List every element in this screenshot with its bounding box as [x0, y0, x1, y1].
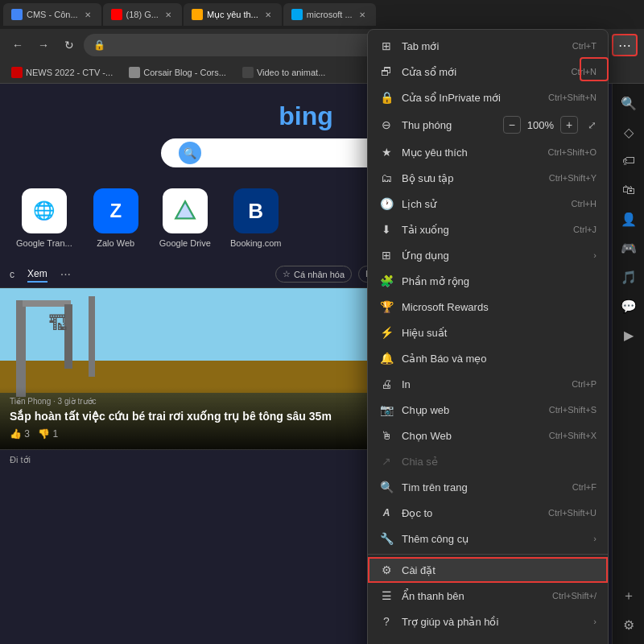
help-label: Trợ giúp và phản hồi [402, 616, 585, 628]
search-submit-button[interactable]: 🔍 [179, 142, 201, 164]
menu-new-window[interactable]: 🗗 Cửa sổ mới Ctrl+N [368, 59, 608, 85]
qa-label-booking: Booking.com [230, 238, 282, 248]
bookmark-video[interactable]: Video to animat... [237, 65, 330, 80]
collections-icon: 🗂 [379, 171, 394, 185]
news-tab-more[interactable]: ··· [60, 267, 71, 282]
downloads-shortcut: Ctrl+J [573, 225, 597, 234]
menu-print[interactable]: 🖨 In Ctrl+P [368, 371, 608, 397]
qa-gdrive[interactable]: Google Drive [159, 188, 211, 248]
tab-close-fav[interactable]: ✕ [262, 9, 274, 20]
new-tab-label: Tab mới [402, 40, 564, 52]
menu-select-web[interactable]: 🖱 Chọn Web Ctrl+Shift+X [368, 423, 608, 448]
zoom-out-button[interactable]: − [503, 116, 521, 134]
bookmark-label-corsair: Corsair Blog - Cors... [143, 68, 226, 77]
menu-close-edge[interactable]: ✕ Đóng Microsoft Edge [368, 634, 608, 644]
sidebar-diamond-icon[interactable]: ◇ [616, 119, 642, 145]
sidebar-chat-icon[interactable]: 💬 [616, 293, 642, 319]
sidebar-shop-icon[interactable]: 🛍 [616, 177, 642, 203]
tab-close-ms[interactable]: ✕ [357, 9, 368, 20]
sidebar-tag-icon[interactable]: 🏷 [616, 148, 642, 174]
menu-extensions[interactable]: 🧩 Phần mở rộng [368, 268, 608, 294]
collections-shortcut: Ctrl+Shift+Y [549, 173, 597, 183]
sidebar-settings-icon[interactable]: ⚙ [616, 612, 642, 638]
tab-label-fav: Mục yêu th... [207, 10, 258, 20]
personalize-button[interactable]: ☆ Cá nhân hóa [275, 266, 352, 283]
menu-downloads[interactable]: ⬇ Tải xuống Ctrl+J [368, 217, 608, 242]
menu-collections[interactable]: 🗂 Bộ sưu tập Ctrl+Shift+Y [368, 165, 608, 191]
menu-read-aloud[interactable]: A Đọc to Ctrl+Shift+U [368, 500, 608, 526]
right-sidebar: 🔍 ◇ 🏷 🛍 👤 🎮 🎵 💬 ▶ ＋ ⚙ [612, 84, 644, 644]
menu-history[interactable]: 🕐 Lịch sử Ctrl+H [368, 191, 608, 217]
forward-button[interactable]: → [32, 34, 55, 56]
qa-google-translate[interactable]: 🌐 Google Tran... [16, 188, 72, 248]
menu-favorites[interactable]: ★ Mục yêu thích Ctrl+Shift+O [368, 139, 608, 165]
bing-logo: b ing [258, 100, 354, 132]
bookmark-corsair[interactable]: Corsair Blog - Cors... [124, 65, 231, 80]
sidebar-youtube-icon[interactable]: ▶ [616, 322, 642, 348]
news-tab-c[interactable]: c [10, 267, 14, 282]
alerts-icon: 🔔 [379, 351, 394, 365]
three-dots-button[interactable]: ⋯ [612, 34, 638, 56]
apps-arrow: › [593, 250, 597, 260]
screenshot-shortcut: Ctrl+Shift+S [549, 405, 597, 415]
menu-hide-sidebar[interactable]: ☰ Ẩn thanh bên Ctrl+Shift+/ [368, 583, 608, 609]
like-icon[interactable]: 👍 3 [10, 428, 30, 440]
new-tab-icon: ⊞ [379, 39, 394, 53]
sidebar-music-icon[interactable]: 🎵 [616, 264, 642, 290]
menu-divider [368, 554, 608, 555]
tab-close-cms[interactable]: ✕ [82, 9, 93, 20]
qa-label-gdrive: Google Drive [159, 238, 211, 248]
menu-new-tab[interactable]: ⊞ Tab mới Ctrl+T [368, 33, 608, 59]
menu-settings[interactable]: ⚙ Cài đặt [368, 557, 608, 583]
dislike-icon[interactable]: 👎 1 [38, 428, 58, 440]
menu-more-tools[interactable]: 🔧 Thêm công cụ › [368, 526, 608, 551]
tab-gg[interactable]: (18) G... ✕ [103, 3, 182, 26]
menu-apps[interactable]: ⊞ Ứng dụng › [368, 242, 608, 268]
apps-label: Ứng dụng [402, 250, 585, 262]
bing-letter: b [279, 101, 295, 131]
news-tab-xem[interactable]: Xem [27, 266, 47, 283]
close-edge-label: Đóng Microsoft Edge [402, 642, 597, 645]
svg-marker-1 [175, 201, 194, 218]
sidebar-plus-icon[interactable]: ＋ [616, 583, 642, 609]
security-icon: 🔒 [93, 39, 105, 51]
qa-zalo[interactable]: Z Zalo Web [92, 188, 140, 248]
qa-icon-gdrive [163, 188, 208, 233]
tab-fav[interactable]: Mục yêu th... ✕ [184, 3, 282, 26]
menu-inprivate[interactable]: 🔒 Cửa sổ InPrivate mới Ctrl+Shift+N [368, 85, 608, 110]
bookmark-label-video: Video to animat... [257, 68, 325, 77]
tab-close-gg[interactable]: ✕ [163, 9, 174, 20]
back-button[interactable]: ← [6, 34, 29, 56]
collections-label: Bộ sưu tập [402, 172, 541, 184]
sidebar-user-icon[interactable]: 👤 [616, 206, 642, 232]
menu-rewards[interactable]: 🏆 Microsoft Rewards [368, 294, 608, 320]
zoom-control: − 100% + ⤢ [503, 116, 597, 134]
menu-alerts[interactable]: 🔔 Cảnh Báo và mẹo [368, 345, 608, 371]
zoom-in-button[interactable]: + [560, 116, 578, 134]
sidebar-search-icon[interactable]: 🔍 [616, 90, 642, 116]
select-web-icon: 🖱 [379, 428, 394, 443]
refresh-button[interactable]: ↻ [58, 34, 80, 56]
sidebar-game-icon[interactable]: 🎮 [616, 235, 642, 261]
qa-booking[interactable]: B Booking.com [230, 188, 282, 248]
menu-screenshot[interactable]: 📷 Chụp web Ctrl+Shift+S [368, 397, 608, 423]
qa-icon-zalo: Z [93, 188, 138, 233]
menu-performance[interactable]: ⚡ Hiệu suất [368, 320, 608, 345]
zoom-value: 100% [527, 119, 554, 131]
apps-icon: ⊞ [379, 248, 394, 262]
tab-cms[interactable]: CMS - Côn... ✕ [3, 3, 101, 26]
tab-label-ms: microsoft ... [307, 10, 353, 19]
extensions-label: Phần mở rộng [402, 275, 597, 287]
menu-zoom: ⊖ Thu phóng − 100% + ⤢ [368, 110, 608, 139]
settings-icon: ⚙ [379, 563, 394, 577]
tab-ms[interactable]: microsoft ... ✕ [283, 3, 376, 26]
menu-help[interactable]: ? Trợ giúp và phản hồi › [368, 609, 608, 634]
performance-label: Hiệu suất [402, 327, 597, 339]
more-tools-arrow: › [593, 534, 597, 543]
alerts-label: Cảnh Báo và mẹo [402, 353, 597, 365]
bookmark-news[interactable]: NEWS 2022 - CTV -... [6, 65, 118, 80]
find-shortcut: Ctrl+F [572, 482, 597, 492]
screenshot-label: Chụp web [402, 404, 541, 416]
zoom-expand-icon[interactable]: ⤢ [588, 119, 597, 131]
menu-find[interactable]: 🔍 Tìm trên trang Ctrl+F [368, 474, 608, 500]
